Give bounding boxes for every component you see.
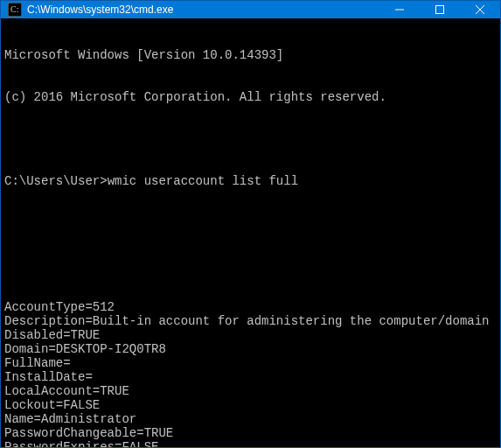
close-button[interactable] xyxy=(460,1,500,18)
blank-line xyxy=(4,216,497,230)
prompt: C:\Users\User> xyxy=(4,174,108,188)
prompt-line: C:\Users\User>wmic useraccount list full xyxy=(4,174,497,188)
output-line: PasswordChangeable=TRUE xyxy=(4,426,497,440)
svg-rect-3 xyxy=(436,5,444,13)
svg-text:C:: C: xyxy=(10,4,18,14)
cmd-window: C: C:\Windows\system32\cmd.exe Microsoft… xyxy=(0,0,501,448)
output-line: LocalAccount=TRUE xyxy=(4,384,497,398)
minimize-button[interactable] xyxy=(379,1,420,18)
blank-line xyxy=(4,132,497,146)
output-line: InstallDate= xyxy=(4,370,497,384)
cmd-icon: C: xyxy=(8,3,22,17)
window-controls xyxy=(379,1,500,18)
terminal-area[interactable]: Microsoft Windows [Version 10.0.14393] (… xyxy=(1,18,500,447)
copyright-line: (c) 2016 Microsoft Corporation. All righ… xyxy=(4,90,497,104)
accounts-output: AccountType=512Description=Built-in acco… xyxy=(4,300,497,447)
version-line: Microsoft Windows [Version 10.0.14393] xyxy=(4,48,497,62)
output-line: AccountType=512 xyxy=(4,300,497,314)
command-text: wmic useraccount list full xyxy=(108,174,298,188)
maximize-button[interactable] xyxy=(420,1,460,18)
output-line: Domain=DESKTOP-I2Q0TR8 xyxy=(4,342,497,356)
output-line: FullName= xyxy=(4,356,497,370)
output-line: Name=Administrator xyxy=(4,412,497,426)
output-line: Lockout=FALSE xyxy=(4,398,497,412)
output-line: Description=Built-in account for adminis… xyxy=(4,314,497,328)
window-title: C:\Windows\system32\cmd.exe xyxy=(27,4,379,16)
output-line: Disabled=TRUE xyxy=(4,328,497,342)
output-line: PasswordExpires=FALSE xyxy=(4,440,497,447)
titlebar[interactable]: C: C:\Windows\system32\cmd.exe xyxy=(1,1,500,18)
blank-line xyxy=(4,258,497,272)
